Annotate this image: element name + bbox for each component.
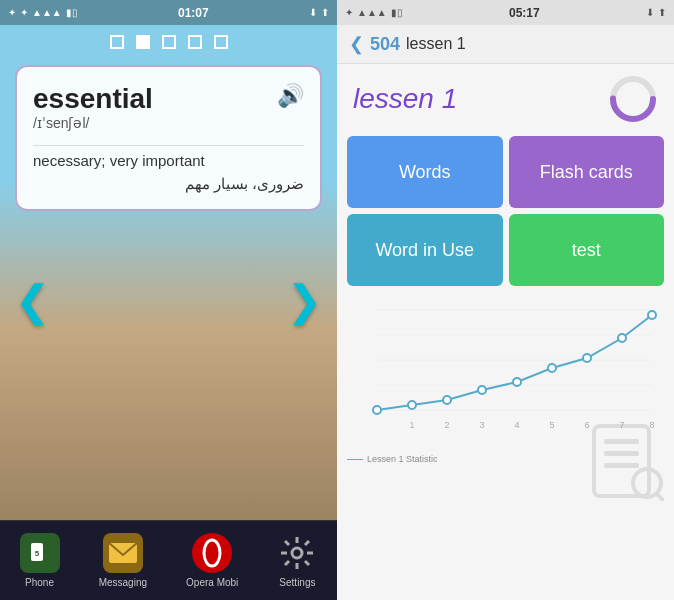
bt-icon: ✦ [20, 7, 28, 18]
header-number: 504 [370, 34, 400, 55]
word-card: essential /ɪˈsenʃəl/ 🔊 necessary; very i… [15, 65, 322, 211]
svg-rect-39 [604, 439, 639, 444]
translation: ضروری، بسیار مهم [33, 175, 304, 193]
settings-nav-icon [277, 533, 317, 573]
nav-settings[interactable]: Settings [277, 533, 317, 588]
header-lesson-title: lessen 1 [406, 35, 466, 53]
definition: necessary; very important [33, 152, 304, 169]
lesson-grid: Words Flash cards Word in Use test [337, 130, 674, 292]
card-header: essential /ɪˈsenʃəl/ 🔊 [33, 83, 304, 139]
svg-line-10 [285, 541, 289, 545]
dot-4[interactable] [188, 35, 202, 49]
right-ul-icon: ⬆ [658, 7, 666, 18]
right-header: ❮ 504 lessen 1 [337, 25, 674, 64]
phonetic: /ɪˈsenʃəl/ [33, 115, 153, 131]
opera-nav-label: Opera Mobi [186, 577, 238, 588]
speaker-icon[interactable]: 🔊 [277, 83, 304, 109]
svg-point-25 [513, 378, 521, 386]
nav-opera[interactable]: Opera Mobi [186, 533, 238, 588]
svg-line-43 [657, 494, 664, 501]
test-button[interactable]: test [509, 214, 665, 286]
svg-point-21 [373, 406, 381, 414]
back-button[interactable]: ❮ [349, 33, 364, 55]
svg-point-28 [618, 334, 626, 342]
status-bar-left: ✦ ✦ ▲▲▲ ▮▯ 01:07 ⬇ ⬆ [0, 0, 337, 25]
svg-rect-41 [604, 463, 639, 468]
right-status-left-icons: ✦ ▲▲▲ ▮▯ [345, 7, 403, 18]
right-status-right-icons: ⬇ ⬆ [646, 7, 666, 18]
svg-line-12 [305, 541, 309, 545]
signal-icon: ▲▲▲ [32, 7, 62, 18]
right-panel: ✦ ▲▲▲ ▮▯ 05:17 ⬇ ⬆ ❮ 504 lessen 1 lessen… [337, 0, 674, 600]
svg-rect-38 [594, 426, 649, 496]
right-status-icons-left: ⬇ ⬆ [309, 7, 329, 18]
svg-point-26 [548, 364, 556, 372]
dot-3[interactable] [162, 35, 176, 49]
card-divider [33, 145, 304, 146]
flash-cards-button[interactable]: Flash cards [509, 136, 665, 208]
right-bt-icon: ✦ [345, 7, 353, 18]
phone-nav-label: Phone [25, 577, 54, 588]
progress-donut [608, 74, 658, 124]
words-button[interactable]: Words [347, 136, 503, 208]
dot-2[interactable] [136, 35, 150, 49]
svg-text:5: 5 [34, 549, 39, 558]
svg-point-24 [478, 386, 486, 394]
lesson-title: lessen 1 [353, 83, 457, 115]
opera-nav-icon [192, 533, 232, 573]
svg-text:2: 2 [444, 420, 449, 430]
right-battery-icon: ▮▯ [391, 7, 403, 18]
left-panel: ✦ ✦ ▲▲▲ ▮▯ 01:07 ⬇ ⬆ essential /ɪˈsenʃəl… [0, 0, 337, 600]
svg-point-22 [408, 401, 416, 409]
lesson-title-row: lessen 1 [337, 64, 674, 130]
watermark [584, 421, 664, 515]
nav-messaging[interactable]: Messaging [99, 533, 147, 588]
svg-text:3: 3 [479, 420, 484, 430]
svg-text:1: 1 [409, 420, 414, 430]
dl-icon: ⬇ [309, 7, 317, 18]
settings-nav-label: Settings [279, 577, 315, 588]
dot-1[interactable] [110, 35, 124, 49]
phone-nav-icon: 5 [20, 533, 60, 573]
legend-label: Lessen 1 Statistic [367, 454, 438, 464]
dot-5[interactable] [214, 35, 228, 49]
previous-arrow[interactable]: ❮ [15, 276, 50, 325]
legend-line-icon [347, 459, 363, 460]
status-bar-right: ✦ ▲▲▲ ▮▯ 05:17 ⬇ ⬆ [337, 0, 674, 25]
svg-text:5: 5 [549, 420, 554, 430]
page-dots [0, 35, 337, 49]
messaging-nav-icon [103, 533, 143, 573]
battery-icon: ▮▯ [66, 7, 78, 18]
left-status-icons: ✦ ✦ ▲▲▲ ▮▯ [8, 7, 78, 18]
svg-text:4: 4 [514, 420, 519, 430]
word-in-use-button[interactable]: Word in Use [347, 214, 503, 286]
next-arrow[interactable]: ❯ [287, 276, 322, 325]
messaging-nav-label: Messaging [99, 577, 147, 588]
card-word-section: essential /ɪˈsenʃəl/ [33, 83, 153, 139]
bottom-nav: 5 Phone Messaging Opera Mobi [0, 520, 337, 600]
svg-line-11 [305, 561, 309, 565]
wifi-icon: ✦ [8, 7, 16, 18]
right-signal-icon: ▲▲▲ [357, 7, 387, 18]
svg-point-29 [648, 311, 656, 319]
svg-point-5 [292, 548, 302, 558]
svg-point-27 [583, 354, 591, 362]
right-time: 05:17 [509, 6, 540, 20]
svg-line-13 [285, 561, 289, 565]
right-dl-icon: ⬇ [646, 7, 654, 18]
ul-icon: ⬆ [321, 7, 329, 18]
svg-rect-40 [604, 451, 639, 456]
svg-point-23 [443, 396, 451, 404]
nav-phone[interactable]: 5 Phone [20, 533, 60, 588]
word: essential [33, 83, 153, 115]
left-time: 01:07 [178, 6, 209, 20]
